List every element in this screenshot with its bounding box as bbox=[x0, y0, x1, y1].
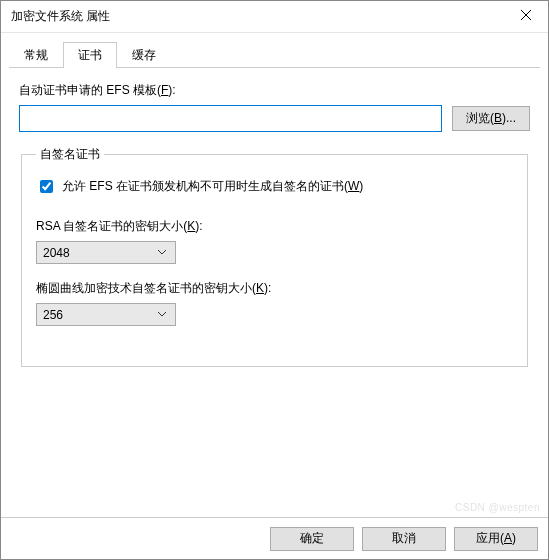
fieldset-legend: 自签名证书 bbox=[36, 146, 104, 163]
template-row: 浏览(B)... bbox=[19, 105, 530, 132]
rsa-block: RSA 自签名证书的密钥大小(K): 2048 bbox=[36, 218, 513, 264]
cancel-button[interactable]: 取消 bbox=[362, 527, 446, 551]
selfsigned-fieldset: 自签名证书 允许 EFS 在证书颁发机构不可用时生成自签名的证书(W) RSA … bbox=[21, 146, 528, 367]
apply-button[interactable]: 应用(A) bbox=[454, 527, 538, 551]
rsa-keysize-select[interactable]: 2048 bbox=[36, 241, 176, 264]
window-title: 加密文件系统 属性 bbox=[11, 8, 110, 25]
chevron-down-icon bbox=[153, 250, 171, 255]
tab-strip: 常规 证书 缓存 bbox=[9, 41, 540, 68]
tab-certificates[interactable]: 证书 bbox=[63, 42, 117, 68]
rsa-keysize-value: 2048 bbox=[43, 246, 70, 260]
titlebar: 加密文件系统 属性 bbox=[1, 1, 548, 33]
tab-cache[interactable]: 缓存 bbox=[117, 42, 171, 68]
rsa-label: RSA 自签名证书的密钥大小(K): bbox=[36, 218, 513, 235]
chevron-down-icon bbox=[153, 312, 171, 317]
browse-button[interactable]: 浏览(B)... bbox=[452, 106, 530, 131]
tab-content: 自动证书申请的 EFS 模板(F): 浏览(B)... 自签名证书 允许 EFS… bbox=[1, 68, 548, 517]
tabs-area: 常规 证书 缓存 bbox=[1, 33, 548, 68]
ok-button[interactable]: 确定 bbox=[270, 527, 354, 551]
template-label: 自动证书申请的 EFS 模板(F): bbox=[19, 82, 530, 99]
efs-template-input[interactable] bbox=[19, 105, 442, 132]
allow-selfsigned-row: 允许 EFS 在证书颁发机构不可用时生成自签名的证书(W) bbox=[36, 177, 513, 196]
close-button[interactable] bbox=[503, 1, 548, 31]
tab-general[interactable]: 常规 bbox=[9, 42, 63, 68]
ecc-keysize-value: 256 bbox=[43, 308, 63, 322]
ecc-keysize-select[interactable]: 256 bbox=[36, 303, 176, 326]
allow-selfsigned-checkbox[interactable] bbox=[40, 180, 53, 193]
properties-dialog: 加密文件系统 属性 常规 证书 缓存 自动证书申请的 EFS 模板(F): 浏览… bbox=[0, 0, 549, 560]
dialog-footer: 确定 取消 应用(A) bbox=[1, 517, 548, 559]
close-icon bbox=[521, 9, 531, 23]
allow-selfsigned-label[interactable]: 允许 EFS 在证书颁发机构不可用时生成自签名的证书(W) bbox=[62, 178, 363, 195]
ecc-label: 椭圆曲线加密技术自签名证书的密钥大小(K): bbox=[36, 280, 513, 297]
ecc-block: 椭圆曲线加密技术自签名证书的密钥大小(K): 256 bbox=[36, 280, 513, 326]
